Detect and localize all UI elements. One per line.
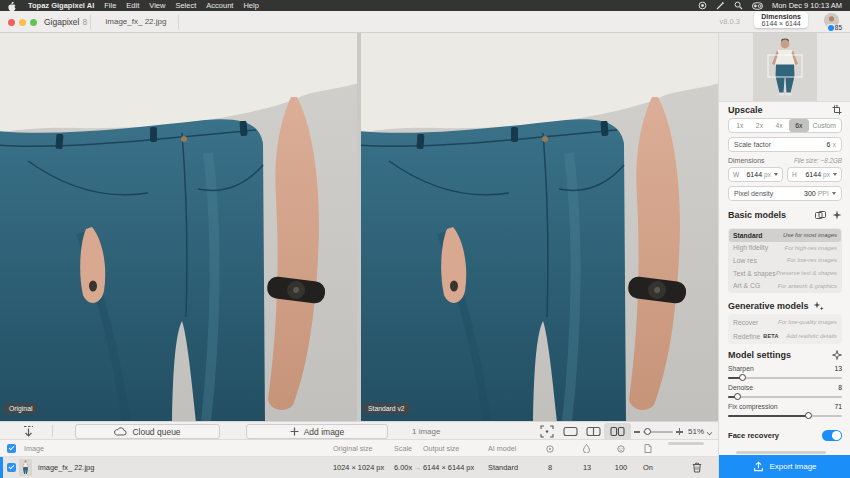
credits-badge[interactable]: 85 <box>828 24 842 31</box>
pixel-density-caret-icon[interactable] <box>832 192 836 195</box>
pixel-density-field[interactable]: Pixel density 300 PPI <box>728 186 842 201</box>
zoom-level-value[interactable]: 51% <box>688 422 704 441</box>
toolbar-separator <box>52 425 53 437</box>
tab-separator <box>178 15 179 29</box>
model-description: For low-res images <box>787 257 837 263</box>
screen-record-icon[interactable] <box>698 1 707 10</box>
menu-item-select[interactable]: Select <box>175 1 196 10</box>
face-recovery-toggle[interactable] <box>822 430 842 441</box>
pixel-density-label: Pixel density <box>734 190 773 197</box>
menu-item-edit[interactable]: Edit <box>126 1 139 10</box>
scale-factor-value[interactable]: 6 <box>827 141 831 148</box>
auto-select-sparkle-icon[interactable] <box>832 210 842 220</box>
scale-option-4x[interactable]: 4x <box>769 119 789 132</box>
menu-app-name[interactable]: Topaz Gigapixel AI <box>28 1 94 10</box>
zoom-chevron-down-icon[interactable] <box>707 430 713 436</box>
height-value[interactable]: 6144 <box>805 171 821 178</box>
apple-menu-icon[interactable] <box>8 1 16 11</box>
document-tab[interactable]: image_fx_ 22.jpg <box>96 11 176 33</box>
model-item-high-fidelity[interactable]: High fidelity For high-res images <box>729 242 841 255</box>
close-window-button[interactable] <box>8 19 15 26</box>
sharpen-slider-label-row: Sharpen 13 <box>728 365 842 372</box>
export-image-button[interactable]: Export image <box>719 455 850 478</box>
scale-option-custom[interactable]: Custom <box>809 119 840 132</box>
denoise-slider-track[interactable] <box>728 396 842 398</box>
cloud-queue-button[interactable]: Cloud queue <box>75 424 220 439</box>
minimize-window-button[interactable] <box>19 19 26 26</box>
spotlight-search-icon[interactable] <box>734 1 743 10</box>
zoom-slider-handle[interactable] <box>644 428 651 435</box>
select-all-checkbox[interactable] <box>7 444 16 453</box>
comparison-pane-original[interactable]: Original <box>0 33 357 421</box>
toggle-knob <box>832 431 841 440</box>
fit-to-screen-icon[interactable] <box>540 425 554 438</box>
app-version-badge: 8 <box>82 17 87 27</box>
width-dropdown-caret-icon[interactable] <box>774 173 778 176</box>
fix-compression-slider-handle[interactable] <box>805 412 812 419</box>
denoise-slider-label-row: Denoise 8 <box>728 384 842 391</box>
basic-models-title: Basic models <box>728 210 786 220</box>
model-item-standard[interactable]: Standard Use for most images <box>729 229 841 242</box>
pencil-icon[interactable] <box>716 1 725 10</box>
model-item-low-res[interactable]: Low res For low-res images <box>729 254 841 267</box>
control-center-icon[interactable] <box>752 2 763 10</box>
scale-factor-field[interactable]: Scale factor 6 x <box>728 137 842 152</box>
single-view-icon[interactable] <box>563 425 578 438</box>
auto-settings-sparkle-icon[interactable] <box>832 350 842 360</box>
menu-item-help[interactable]: Help <box>243 1 258 10</box>
comparison-pane-preview[interactable]: Standard v2 <box>361 33 718 421</box>
navigator-thumbnail[interactable] <box>753 33 817 101</box>
model-item-art-cg[interactable]: Art & CG For artwork & graphics <box>729 279 841 292</box>
image-count-label: 1 image <box>412 422 440 441</box>
scale-option-2x[interactable]: 2x <box>750 119 770 132</box>
denoise-slider-handle[interactable] <box>734 393 741 400</box>
sharpen-slider-handle[interactable] <box>739 374 746 381</box>
menu-item-account[interactable]: Account <box>206 1 233 10</box>
menu-item-view[interactable]: View <box>149 1 165 10</box>
side-by-side-view-icon[interactable] <box>610 425 625 438</box>
row-checkbox[interactable] <box>7 463 16 472</box>
model-item-text-shapes[interactable]: Text & shapes Preserve text & shapes <box>729 267 841 280</box>
fix-compression-slider-track[interactable] <box>728 415 842 417</box>
sharpen-column-icon <box>583 444 590 453</box>
height-field[interactable]: H 6144 px <box>787 167 842 182</box>
face-recovery-strength-track[interactable] <box>736 451 826 454</box>
app-version-text: v8.0.3 <box>720 11 740 33</box>
generative-sparkles-icon <box>813 301 824 311</box>
scale-option-1x[interactable]: 1x <box>730 119 750 132</box>
file-table-header: Image Original size Scale Output size AI… <box>0 440 718 457</box>
cloud-icon <box>114 427 127 436</box>
model-settings-title: Model settings <box>728 350 791 360</box>
menu-clock[interactable]: Mon Dec 9 10:13 AM <box>772 1 842 10</box>
export-image-label: Export image <box>769 462 816 471</box>
denoise-label: Denoise <box>728 384 753 391</box>
delete-row-trash-icon[interactable] <box>692 462 702 473</box>
file-table-row[interactable]: image_fx_ 22.jpg 1024 × 1024 px 6.00x → … <box>0 457 718 478</box>
model-item-redefine[interactable]: Redefine BETA Add realistic details <box>729 329 841 343</box>
crop-resize-icon[interactable] <box>832 105 842 115</box>
width-value[interactable]: 6144 <box>746 171 762 178</box>
preview-model-badge: Standard v2 <box>363 403 410 414</box>
row-filename: image_fx_ 22.jpg <box>38 457 94 478</box>
preview-photo <box>361 33 718 421</box>
zoom-out-button[interactable] <box>634 431 640 433</box>
scale-option-6x-selected[interactable]: 6x <box>789 119 809 132</box>
width-field[interactable]: W 6144 px <box>728 167 783 182</box>
bottom-toolbar: Cloud queue Add image 1 image 51% <box>0 421 718 440</box>
compare-models-icon[interactable] <box>815 211 826 220</box>
add-image-button[interactable]: Add image <box>246 424 388 439</box>
row-denoise-value: 8 <box>540 457 560 478</box>
menu-item-file[interactable]: File <box>104 1 116 10</box>
zoom-window-button[interactable] <box>30 19 37 26</box>
col-scale: Scale <box>394 440 412 457</box>
export-upload-icon <box>753 461 764 472</box>
height-label: H <box>792 171 797 178</box>
table-scrollbar-thumb[interactable] <box>668 442 704 445</box>
split-view-icon[interactable] <box>586 425 601 438</box>
pixel-density-value[interactable]: 300 <box>804 190 816 197</box>
sharpen-slider-track[interactable] <box>728 377 842 379</box>
import-icon[interactable] <box>22 425 35 438</box>
model-item-recover[interactable]: Recover For low-quality images <box>729 315 841 329</box>
height-dropdown-caret-icon[interactable] <box>833 173 837 176</box>
dimensions-tooltip-title: Dimensions <box>761 13 801 20</box>
